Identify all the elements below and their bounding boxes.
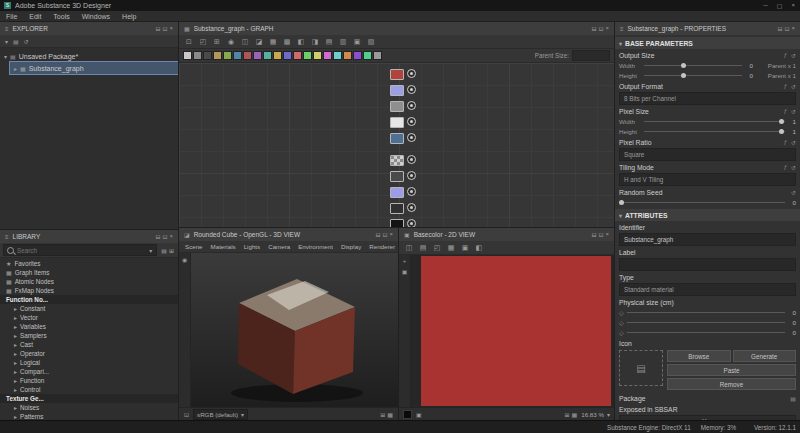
node-preset-9-icon[interactable] [263,51,272,60]
search-box[interactable]: ▾ [3,244,157,256]
node-output-connector[interactable] [407,117,416,126]
random-seed-slider[interactable] [619,198,785,206]
node-output-connector[interactable] [407,85,416,94]
transform-icon[interactable]: ◰ [431,244,443,252]
tree-item-substance-graph[interactable]: ▸ ▦ Substance_graph [10,62,178,74]
node-preset-18-icon[interactable] [353,51,362,60]
dock-icon[interactable]: ⊟ [374,231,381,238]
node-output-connector[interactable] [407,219,416,228]
panel-menu-icon[interactable]: ≡ [619,26,625,32]
pixel-grid-icon[interactable]: ▩ [281,38,293,46]
tile-view-icon[interactable]: ▦ [571,411,579,418]
width-parent-mode[interactable]: Parent x 1 [756,62,796,69]
node-output-connector[interactable] [407,187,416,196]
link-create-icon[interactable]: ◫ [239,38,251,46]
menu-windows[interactable]: Windows [76,13,116,20]
graph-node[interactable] [390,69,404,80]
handle-diamond-icon[interactable]: ◇ [619,329,624,336]
expose-function-icon[interactable]: ƒ [784,83,787,89]
unlink-icon[interactable]: ◪ [253,38,265,46]
background-color-swatch[interactable] [403,410,412,419]
frame-all-icon[interactable]: ⊞ [211,38,223,46]
search-input[interactable] [17,247,145,254]
library-item-atomic-nodes[interactable]: ▦Atomic Nodes [0,277,178,286]
physical-size-z-slider[interactable] [627,328,785,336]
float-icon[interactable]: ⊡ [381,231,388,238]
library-item-compari-[interactable]: ▸Compari... [0,367,178,376]
move-tool-icon[interactable]: ◰ [197,38,209,46]
library-item-operator[interactable]: ▸Operator [0,349,178,358]
close-icon[interactable]: × [790,25,796,32]
physical-size-y-slider[interactable] [627,318,785,326]
panel-menu-icon[interactable]: ≡ [4,234,10,240]
library-item-vector[interactable]: ▸Vector [0,313,178,322]
library-item-graph-items[interactable]: ▦Graph Items [0,268,178,277]
view3d-menu-environment[interactable]: Environment [294,243,337,250]
display-maps-icon[interactable]: ◧ [295,38,307,46]
graph-canvas[interactable] [179,63,614,228]
node-preset-4-icon[interactable] [213,51,222,60]
remove-button[interactable]: Remove [667,378,796,390]
folder-icon[interactable]: ▤ [790,395,796,402]
select-tool-icon[interactable]: ⊡ [183,38,195,46]
node-output-connector[interactable] [407,155,416,164]
library-item-variables[interactable]: ▸Variables [0,322,178,331]
physical-size-x-slider[interactable] [627,308,785,316]
graph-settings-icon[interactable]: ▧ [365,38,377,46]
library-item-noises[interactable]: ▸Noises [0,403,178,412]
reset-icon[interactable]: ↺ [791,189,796,196]
node-preset-12-icon[interactable] [293,51,302,60]
close-icon[interactable]: × [604,231,610,238]
graph-node[interactable] [390,117,404,128]
dock-icon[interactable]: ⊟ [590,25,597,32]
dock-icon[interactable]: ⊟ [590,231,597,238]
label-input[interactable] [619,258,796,271]
expand-caret-icon[interactable]: ▾ [4,53,7,60]
light-toggle-icon[interactable]: ◉ [181,256,188,263]
grid-snap-icon[interactable]: ▦ [267,38,279,46]
info-tool-icon[interactable]: ▣ [401,268,409,275]
node-preset-1-icon[interactable] [183,51,192,60]
node-preset-17-icon[interactable] [343,51,352,60]
fit-view-icon[interactable]: ⊞ [564,411,571,418]
graph-node[interactable] [390,219,404,228]
expand-nodes-icon[interactable]: ▥ [337,38,349,46]
section-base-parameters[interactable]: ▾ BASE PARAMETERS [615,37,800,49]
paste-button[interactable]: Paste [667,364,796,376]
output-height-slider[interactable] [644,71,742,79]
node-preset-2-icon[interactable] [193,51,202,60]
node-preset-10-icon[interactable] [273,51,282,60]
close-icon[interactable]: × [388,231,394,238]
node-preset-15-icon[interactable] [323,51,332,60]
view2d-viewport[interactable]: +▣ [399,255,614,407]
close-icon[interactable]: × [604,25,610,32]
tiling-icon[interactable]: ▦ [445,244,457,252]
library-item-constant[interactable]: ▸Constant [0,304,178,313]
generate-button[interactable]: Generate [733,350,797,362]
float-icon[interactable]: ⊡ [161,25,168,32]
view3d-menu-display[interactable]: Display [337,243,365,250]
output-format-dropdown[interactable]: 8 Bits per Channel [619,92,796,105]
minimize-icon[interactable]: ─ [763,2,769,9]
node-preset-13-icon[interactable] [303,51,312,60]
float-icon[interactable]: ⊡ [597,231,604,238]
expand-caret-icon[interactable]: ▸ [14,65,17,72]
height-parent-mode[interactable]: Parent x 1 [756,72,796,79]
node-output-connector[interactable] [407,69,416,78]
node-info-icon[interactable]: ▣ [351,38,363,46]
layers-icon[interactable]: ▤ [417,244,429,252]
expose-function-icon[interactable]: ƒ [784,164,787,170]
list-view-icon[interactable]: ▤ [160,247,168,254]
browse-button[interactable]: Browse [667,350,731,362]
library-item-logical[interactable]: ▸Logical [0,358,178,367]
library-item-samplers[interactable]: ▸Samplers [0,331,178,340]
close-icon[interactable]: × [168,233,174,240]
library-item-fxmap-nodes[interactable]: ▦FxMap Nodes [0,286,178,295]
node-preset-6-icon[interactable] [233,51,242,60]
panel-menu-icon[interactable]: ≡ [4,26,10,32]
menu-tools[interactable]: Tools [47,13,75,20]
split-view-icon[interactable]: ◫ [403,244,415,252]
view3d-menu-lights[interactable]: Lights [240,243,265,250]
handle-diamond-icon[interactable]: ◇ [619,309,624,316]
graph-node[interactable] [390,187,404,198]
